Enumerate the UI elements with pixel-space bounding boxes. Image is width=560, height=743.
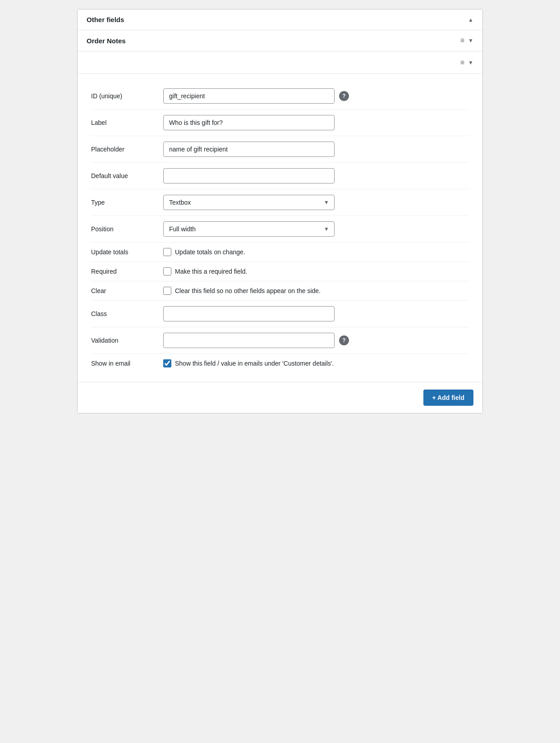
form-row: ClearClear this field so no other fields…	[91, 281, 469, 301]
select-wrapper: Full widthLeftRight▼	[163, 221, 335, 237]
order-notes-drag-handle[interactable]: ≡	[460, 37, 464, 45]
checkbox-clear[interactable]	[163, 287, 171, 295]
order-notes-row: Order Notes ≡ ▼	[78, 30, 482, 51]
form-row: Show in emailShow this field / value in …	[91, 354, 469, 373]
field-input-validation[interactable]	[163, 333, 335, 348]
other-fields-panel: Other fields ▲ Order Notes ≡ ▼ ≡ ▼ ID (u…	[77, 9, 483, 413]
empty-field-row: ≡ ▼	[78, 51, 482, 74]
panel-collapse-arrow[interactable]: ▲	[468, 17, 473, 23]
form-row: Placeholder	[91, 136, 469, 163]
select-wrapper: TextboxTextareaCheckboxRadioSelectMultis…	[163, 195, 335, 210]
checkbox-update-totals[interactable]	[163, 248, 171, 256]
field-label: Default value	[91, 172, 163, 179]
order-notes-title: Order Notes	[87, 37, 126, 45]
field-control-wrapper: ?	[163, 333, 469, 348]
field-control-wrapper: ?	[163, 88, 469, 104]
panel-title: Other fields	[87, 16, 124, 23]
field-input-label[interactable]	[163, 115, 335, 130]
field-control-wrapper	[163, 168, 469, 183]
checkbox-required[interactable]	[163, 267, 171, 275]
checkbox-wrapper: Show this field / value in emails under …	[163, 359, 334, 367]
form-row: ID (unique)?	[91, 83, 469, 110]
field-label: Class	[91, 310, 163, 317]
empty-row-expand-icon[interactable]: ▼	[468, 60, 473, 66]
form-row: TypeTextboxTextareaCheckboxRadioSelectMu…	[91, 189, 469, 216]
order-notes-controls: ≡ ▼	[460, 37, 473, 45]
field-label: Placeholder	[91, 146, 163, 153]
help-icon[interactable]: ?	[339, 335, 349, 345]
empty-row-controls: ≡ ▼	[460, 59, 473, 67]
form-row: PositionFull widthLeftRight▼	[91, 216, 469, 243]
field-input-default-value[interactable]	[163, 168, 335, 183]
field-control-wrapper: Make this a required field.	[163, 267, 469, 275]
panel-footer: + Add field	[78, 382, 482, 413]
field-control-wrapper	[163, 306, 469, 321]
help-icon[interactable]: ?	[339, 91, 349, 101]
field-label: Show in email	[91, 360, 163, 367]
field-form: ID (unique)?LabelPlaceholderDefault valu…	[78, 74, 482, 382]
checkbox-label: Clear this field so no other fields appe…	[175, 287, 321, 294]
form-row: Default value	[91, 163, 469, 189]
field-control-wrapper: Clear this field so no other fields appe…	[163, 287, 469, 295]
checkbox-show-in-email[interactable]	[163, 359, 171, 367]
checkbox-label: Show this field / value in emails under …	[175, 360, 334, 367]
field-select-position[interactable]: Full widthLeftRight	[163, 221, 335, 237]
form-row: Label	[91, 110, 469, 136]
field-select-type[interactable]: TextboxTextareaCheckboxRadioSelectMultis…	[163, 195, 335, 210]
checkbox-wrapper: Clear this field so no other fields appe…	[163, 287, 321, 295]
field-control-wrapper: Full widthLeftRight▼	[163, 221, 469, 237]
field-label: Required	[91, 268, 163, 275]
form-row: Validation?	[91, 327, 469, 354]
checkbox-wrapper: Update totals on change.	[163, 248, 245, 256]
field-label: Update totals	[91, 248, 163, 256]
field-control-wrapper: Show this field / value in emails under …	[163, 359, 469, 367]
field-control-wrapper: TextboxTextareaCheckboxRadioSelectMultis…	[163, 195, 469, 210]
checkbox-label: Make this a required field.	[175, 268, 247, 275]
order-notes-expand-icon[interactable]: ▼	[468, 37, 473, 44]
field-input-class[interactable]	[163, 306, 335, 321]
panel-header: Other fields ▲	[78, 9, 482, 30]
field-input-id-unique[interactable]	[163, 88, 335, 104]
form-row: RequiredMake this a required field.	[91, 262, 469, 281]
field-label: ID (unique)	[91, 92, 163, 100]
field-control-wrapper	[163, 115, 469, 130]
field-label: Validation	[91, 337, 163, 344]
field-control-wrapper	[163, 142, 469, 157]
form-row: Update totalsUpdate totals on change.	[91, 243, 469, 262]
field-input-placeholder[interactable]	[163, 142, 335, 157]
field-label: Clear	[91, 287, 163, 294]
checkbox-wrapper: Make this a required field.	[163, 267, 247, 275]
field-label: Label	[91, 119, 163, 126]
field-control-wrapper: Update totals on change.	[163, 248, 469, 256]
add-field-button[interactable]: + Add field	[423, 390, 473, 406]
field-label: Type	[91, 199, 163, 206]
checkbox-label: Update totals on change.	[175, 248, 245, 256]
field-label: Position	[91, 225, 163, 233]
empty-row-drag-handle[interactable]: ≡	[460, 59, 464, 67]
form-row: Class	[91, 301, 469, 327]
